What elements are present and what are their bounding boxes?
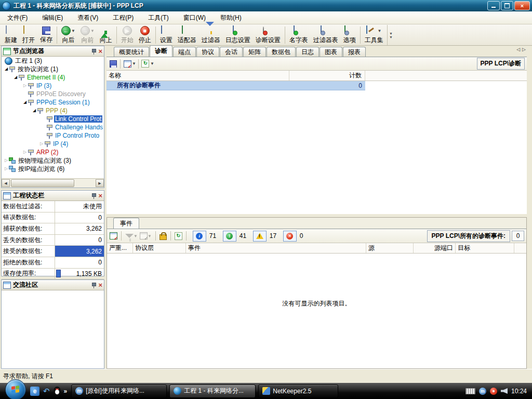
tree-item-ethernet[interactable]: ◢Ethernet II (4) <box>2 73 104 82</box>
column-source-port[interactable]: 源端口 <box>414 243 456 253</box>
events-lock-button[interactable] <box>159 232 167 241</box>
expanded-arrow-icon[interactable]: ◢ <box>22 100 28 105</box>
tab-scroll-right-icon[interactable]: ▷ <box>522 47 526 52</box>
menu-edit[interactable]: 编辑(E) <box>42 14 63 22</box>
collapsed-arrow-icon[interactable]: ▷ <box>4 166 9 171</box>
column-count[interactable]: 计数 <box>289 71 365 81</box>
tree-item-physical-endpoints[interactable]: ▷按物理端点浏览 (3) <box>2 156 104 165</box>
save-button[interactable]: 保存 <box>37 25 55 45</box>
tree-item-project[interactable]: 工程 1 (3) <box>2 57 104 65</box>
export-button[interactable] <box>109 59 118 69</box>
scroll-right-icon[interactable]: ▶ <box>96 179 104 187</box>
toolbar-overflow-button[interactable]: ▼▼ <box>387 25 394 45</box>
refresh-dropdown-icon[interactable]: ▼ <box>150 61 154 66</box>
events-export-button[interactable] <box>109 232 118 240</box>
browser-quicklaunch-icon[interactable]: e <box>30 387 39 396</box>
volume-icon[interactable] <box>501 388 508 394</box>
pin-icon[interactable] <box>91 193 96 199</box>
download-tool-quicklaunch-icon[interactable]: ↶ <box>43 387 50 396</box>
menu-file[interactable]: 文件(F) <box>7 14 28 22</box>
tree-item-ip-endpoints[interactable]: ▷按IP端点浏览 (6) <box>2 165 104 173</box>
back-dropdown-icon[interactable]: ▼ <box>71 29 75 33</box>
scrollbar-thumb[interactable] <box>11 179 74 187</box>
column-target[interactable]: 目标 <box>456 243 514 253</box>
log-settings-button[interactable]: 日志设置 <box>223 25 253 45</box>
tree-item-ip-control-protocol[interactable]: IP Control Proto <box>2 131 104 140</box>
tab-conversations[interactable]: 会话 <box>220 47 243 57</box>
taskbar-button-capsa[interactable]: 工程 1 - 科来网络分... <box>169 384 256 398</box>
info-filter-toggle[interactable]: i <box>193 231 206 242</box>
filter-table-button[interactable]: 过滤器表 <box>311 25 341 45</box>
menu-project[interactable]: 工程(P) <box>113 14 134 22</box>
events-filter-button[interactable]: ▼ <box>125 233 138 239</box>
toolset-button[interactable]: ▼工具集 <box>362 25 386 45</box>
start-button[interactable] <box>5 379 26 399</box>
tab-scroll-left-icon[interactable]: ◁ <box>516 47 520 52</box>
collapsed-arrow-icon[interactable]: ▷ <box>4 158 9 163</box>
tray-security-icon[interactable] <box>490 388 497 395</box>
ok-filter-toggle[interactable]: ! <box>223 231 236 242</box>
tab-summary[interactable]: 概要统计 <box>114 47 149 57</box>
qq-quicklaunch-icon[interactable] <box>54 387 61 395</box>
tree-item-challenge-handshake[interactable]: Challenge Hands <box>2 123 104 131</box>
menu-tools[interactable]: 工具(T) <box>148 14 168 22</box>
error-filter-toggle[interactable]: × <box>283 231 297 242</box>
close-button[interactable]: × <box>514 1 530 10</box>
pin-icon[interactable] <box>91 282 96 288</box>
scroll-left-icon[interactable]: ◀ <box>2 179 10 187</box>
menu-view[interactable]: 查看(V) <box>77 14 98 22</box>
close-icon[interactable]: × <box>98 48 102 55</box>
events-display-button[interactable]: ▼ <box>139 232 152 240</box>
tab-charts[interactable]: 图表 <box>320 47 342 57</box>
tree-horizontal-scrollbar[interactable]: ◀ ▶ <box>2 178 104 188</box>
tab-packets[interactable]: 数据包 <box>267 47 296 57</box>
menu-help[interactable]: 帮助(H) <box>220 14 242 22</box>
stop-button[interactable]: ■停止 <box>136 25 154 45</box>
diagnosis-settings-button[interactable]: 诊断设置 <box>253 25 283 45</box>
display-filter-dropdown-icon[interactable]: ▼ <box>132 61 136 66</box>
tab-matrix[interactable]: 矩阵 <box>243 47 266 57</box>
options-button[interactable]: 选项 <box>341 25 358 45</box>
start-button[interactable]: ▶开始 <box>118 25 136 45</box>
forward-button[interactable]: →▼向前 <box>78 25 97 45</box>
taskbar-button-netkeeper[interactable]: NetKeeper2.5 <box>258 384 338 398</box>
up-button[interactable]: 向上 <box>97 25 115 45</box>
display-filter-button[interactable] <box>123 59 132 69</box>
tab-protocols[interactable]: 协议 <box>196 47 219 57</box>
refresh-button[interactable]: ↻ <box>141 59 150 69</box>
taskbar-button-browser[interactable]: m[原创]使用科来网络... <box>71 384 167 398</box>
column-severity[interactable]: 严重... <box>107 243 133 253</box>
tab-reports[interactable]: 报表 <box>343 47 366 57</box>
settings-button[interactable]: 设置 <box>157 25 175 45</box>
column-protocol-layer[interactable]: 协议层 <box>133 243 186 253</box>
tray-browser-icon[interactable]: m <box>479 388 486 395</box>
restore-button[interactable] <box>501 1 513 10</box>
filter-button[interactable]: 过滤器 <box>199 25 223 45</box>
back-button[interactable]: ←▼向后 <box>59 25 78 45</box>
column-source[interactable]: 源 <box>366 243 414 253</box>
tab-log[interactable]: 日志 <box>296 47 319 57</box>
minimize-button[interactable] <box>487 1 500 10</box>
close-icon[interactable]: × <box>98 193 102 199</box>
tab-diagnosis[interactable]: 诊断 <box>150 45 172 57</box>
collapsed-arrow-icon[interactable]: ▷ <box>39 141 44 147</box>
tree-item-ppp[interactable]: ◢PPP (4) <box>2 107 104 115</box>
quicklaunch-overflow-icon[interactable]: » <box>64 388 68 395</box>
column-event[interactable]: 事件 <box>186 243 366 253</box>
tree-item-arp[interactable]: ▷ARP (2) <box>2 148 104 156</box>
close-icon[interactable]: × <box>98 282 102 288</box>
tree-item-pppoe-session[interactable]: ◢PPPoE Session (1) <box>2 98 104 107</box>
collapsed-arrow-icon[interactable]: ▷ <box>22 83 28 88</box>
tree-item-protocol-view[interactable]: ◢按协议浏览 (1) <box>2 65 104 73</box>
pin-icon[interactable] <box>91 48 96 55</box>
menu-window[interactable]: 窗口(W) <box>183 14 206 22</box>
expanded-arrow-icon[interactable]: ◢ <box>32 108 37 113</box>
warning-filter-toggle[interactable] <box>253 231 267 242</box>
name-table-button[interactable]: 名字表 <box>287 25 311 45</box>
column-name[interactable]: 名称 <box>107 71 289 81</box>
open-button[interactable]: 打开 <box>20 25 37 45</box>
expanded-arrow-icon[interactable]: ◢ <box>4 66 9 72</box>
tree-item-link-control-protocol[interactable]: Link Control Prot <box>2 115 104 123</box>
tree-item-ip4[interactable]: ▷IP (4) <box>2 140 104 148</box>
toolset-dropdown-icon[interactable]: ▼ <box>377 29 381 33</box>
